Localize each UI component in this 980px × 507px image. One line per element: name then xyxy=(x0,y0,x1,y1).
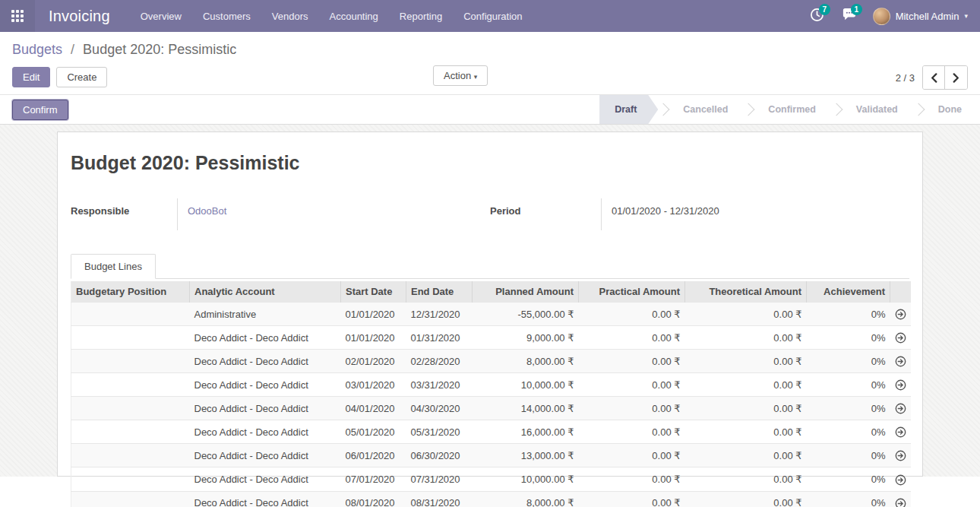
cell-start_date: 02/01/2020 xyxy=(341,350,406,373)
menu-configuration[interactable]: Configuration xyxy=(453,0,533,32)
action-label: Action xyxy=(444,70,471,81)
open-record-icon xyxy=(895,403,906,414)
budget-line-row[interactable]: Deco Addict - Deco Addict01/01/202001/31… xyxy=(71,326,911,350)
cell-analytic_account: Deco Addict - Deco Addict xyxy=(190,373,341,397)
open-record-icon xyxy=(895,426,906,438)
column-header-planned_amount[interactable]: Planned Amount xyxy=(473,281,579,303)
cell-analytic_account: Deco Addict - Deco Addict xyxy=(190,467,341,491)
stage-done[interactable]: Done xyxy=(923,95,977,124)
table-body: Administrative01/01/202012/31/2020-55,00… xyxy=(71,303,911,507)
cell-theoretical_amount: 0.00 ₹ xyxy=(685,326,807,350)
activities-button[interactable]: 7 xyxy=(805,0,830,32)
open-record-button[interactable] xyxy=(890,420,911,444)
user-name: Mitchell Admin xyxy=(896,11,959,22)
column-header-budgetary_position[interactable]: Budgetary Position xyxy=(71,281,190,303)
open-record-button[interactable] xyxy=(890,397,911,420)
cell-achievement: 0% xyxy=(807,303,890,326)
budget-lines-table: Budgetary PositionAnalytic AccountStart … xyxy=(71,281,911,507)
cell-practical_amount: 0.00 ₹ xyxy=(579,350,685,373)
cell-start_date: 07/01/2020 xyxy=(341,467,406,491)
cell-end_date: 02/28/2020 xyxy=(406,350,473,373)
period-label: Period xyxy=(490,198,601,217)
pager-next-button[interactable] xyxy=(945,66,967,89)
menu-customers[interactable]: Customers xyxy=(192,0,261,32)
cell-practical_amount: 0.00 ₹ xyxy=(579,467,685,491)
column-header-practical_amount[interactable]: Practical Amount xyxy=(579,281,685,303)
open-record-icon xyxy=(895,356,906,367)
cell-planned_amount: 16,000.00 ₹ xyxy=(473,420,579,444)
cell-end_date: 12/31/2020 xyxy=(406,303,473,326)
actions-row: Edit Create Action ▾ 2 / 3 xyxy=(0,59,980,94)
budget-line-row[interactable]: Deco Addict - Deco Addict02/01/202002/28… xyxy=(71,350,911,373)
menu-reporting[interactable]: Reporting xyxy=(389,0,453,32)
app-title[interactable]: Invoicing xyxy=(49,8,110,25)
budget-line-row[interactable]: Administrative01/01/202012/31/2020-55,00… xyxy=(71,303,911,326)
action-dropdown-button[interactable]: Action ▾ xyxy=(433,65,488,86)
cell-start_date: 01/01/2020 xyxy=(341,303,406,326)
column-header-analytic_account[interactable]: Analytic Account xyxy=(190,281,341,303)
column-header-theoretical_amount[interactable]: Theoretical Amount xyxy=(685,281,807,303)
cell-planned_amount: 10,000.00 ₹ xyxy=(473,467,579,491)
stage-cancelled[interactable]: Cancelled xyxy=(668,95,743,124)
cell-planned_amount: 9,000.00 ₹ xyxy=(473,326,579,350)
column-header-achievement[interactable]: Achievement xyxy=(807,281,890,303)
breadcrumb-current: Budget 2020: Pessimistic xyxy=(83,42,236,57)
open-record-icon xyxy=(895,450,906,461)
control-panel: Budgets / Budget 2020: Pessimistic Edit … xyxy=(0,32,980,125)
breadcrumb-budgets[interactable]: Budgets xyxy=(12,42,62,57)
field-group: Responsible OdooBot Period 01/01/2020 - … xyxy=(71,198,909,230)
notebook: Budget Lines Budgetary PositionAnalytic … xyxy=(71,253,909,507)
stage-validated[interactable]: Validated xyxy=(841,95,913,124)
budget-line-row[interactable]: Deco Addict - Deco Addict05/01/202005/31… xyxy=(71,420,911,444)
cell-end_date: 07/31/2020 xyxy=(406,467,473,491)
open-record-button[interactable] xyxy=(890,303,911,326)
cell-achievement: 0% xyxy=(807,326,890,350)
cell-achievement: 0% xyxy=(807,444,890,467)
menu-vendors[interactable]: Vendors xyxy=(261,0,319,32)
open-record-button[interactable] xyxy=(890,444,911,467)
menu-overview[interactable]: Overview xyxy=(130,0,192,32)
cell-budgetary_position xyxy=(71,444,190,467)
cell-practical_amount: 0.00 ₹ xyxy=(579,420,685,444)
apps-menu-button[interactable] xyxy=(0,0,35,32)
stage-draft[interactable]: Draft xyxy=(599,95,658,124)
confirm-button[interactable]: Confirm xyxy=(12,100,68,120)
pager-previous-button[interactable] xyxy=(923,66,945,89)
open-record-button[interactable] xyxy=(890,350,911,373)
edit-button[interactable]: Edit xyxy=(12,67,50,87)
table-header-row: Budgetary PositionAnalytic AccountStart … xyxy=(71,281,911,303)
user-menu[interactable]: Mitchell Admin ▾ xyxy=(868,0,972,32)
cell-analytic_account: Deco Addict - Deco Addict xyxy=(190,397,341,420)
column-header-end_date[interactable]: End Date xyxy=(406,281,473,303)
cell-start_date: 04/01/2020 xyxy=(341,397,406,420)
budget-line-row[interactable]: Deco Addict - Deco Addict03/01/202003/31… xyxy=(71,373,911,397)
cell-practical_amount: 0.00 ₹ xyxy=(579,397,685,420)
open-record-icon xyxy=(895,474,906,486)
create-button[interactable]: Create xyxy=(56,67,107,87)
open-record-button[interactable] xyxy=(890,491,911,507)
budget-line-row[interactable]: Deco Addict - Deco Addict08/01/202008/31… xyxy=(71,491,911,507)
tab-row: Budget Lines xyxy=(71,253,909,279)
cell-end_date: 04/30/2020 xyxy=(406,397,473,420)
status-stages: Draft Cancelled Confirmed Validated Done xyxy=(599,95,977,124)
cell-planned_amount: 8,000.00 ₹ xyxy=(473,491,579,507)
open-record-button[interactable] xyxy=(890,326,911,350)
stage-chevron-icon xyxy=(658,95,668,124)
messages-button[interactable]: 1 xyxy=(836,0,862,32)
responsible-value[interactable]: OdooBot xyxy=(188,205,226,217)
menu-accounting[interactable]: Accounting xyxy=(319,0,389,32)
open-record-icon xyxy=(895,498,906,507)
cell-planned_amount: -55,000.00 ₹ xyxy=(473,303,579,326)
activities-badge: 7 xyxy=(819,4,830,15)
open-record-button[interactable] xyxy=(890,467,911,491)
stage-confirmed[interactable]: Confirmed xyxy=(753,95,831,124)
budget-line-row[interactable]: Deco Addict - Deco Addict04/01/202004/30… xyxy=(71,397,911,420)
budget-line-row[interactable]: Deco Addict - Deco Addict06/01/202006/30… xyxy=(71,444,911,467)
cell-start_date: 06/01/2020 xyxy=(341,444,406,467)
cell-planned_amount: 10,000.00 ₹ xyxy=(473,373,579,397)
column-header-start_date[interactable]: Start Date xyxy=(341,281,406,303)
open-record-button[interactable] xyxy=(890,373,911,397)
budget-line-row[interactable]: Deco Addict - Deco Addict07/01/202007/31… xyxy=(71,467,911,491)
cell-practical_amount: 0.00 ₹ xyxy=(579,444,685,467)
tab-budget-lines[interactable]: Budget Lines xyxy=(71,254,156,279)
